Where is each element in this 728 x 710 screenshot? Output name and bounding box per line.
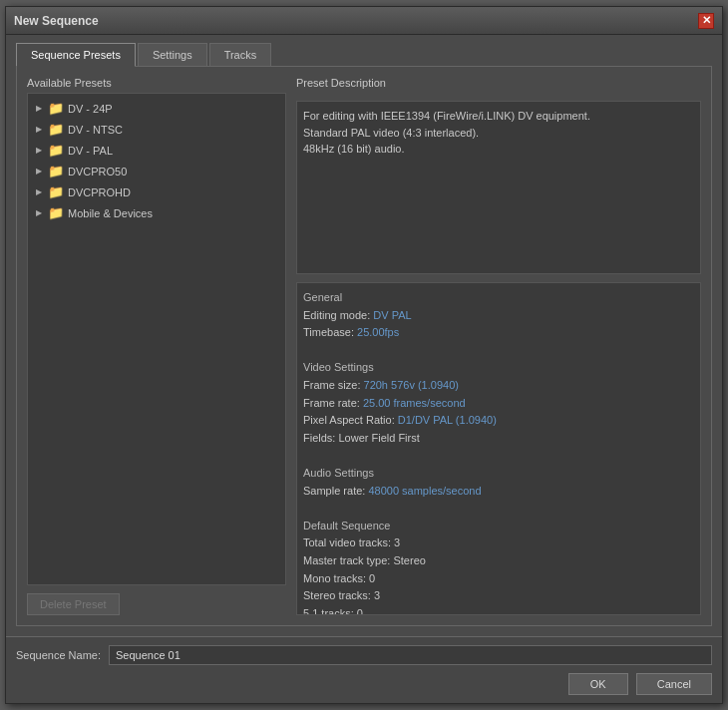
list-item[interactable]: ▶ 📁 DV - 24P bbox=[28, 98, 285, 119]
cancel-button[interactable]: Cancel bbox=[636, 673, 712, 695]
delete-preset-button[interactable]: Delete Preset bbox=[27, 593, 120, 615]
folder-icon: 📁 bbox=[48, 143, 64, 158]
preset-label: DV - PAL bbox=[68, 145, 113, 157]
frame-size-row: Frame size: 720h 576v (1.0940) bbox=[303, 377, 694, 395]
right-panel: Preset Description For editing with IEEE… bbox=[296, 77, 701, 615]
folder-icon: 📁 bbox=[48, 164, 64, 178]
preset-label: DVCPRO50 bbox=[68, 166, 127, 178]
timebase-row: Timebase: 25.00fps bbox=[303, 324, 694, 342]
tab-tracks[interactable]: Tracks bbox=[209, 43, 272, 67]
sequence-name-label: Sequence Name: bbox=[16, 649, 101, 661]
main-area: Available Presets ▶ 📁 DV - 24P ▶ 📁 DV - … bbox=[27, 77, 701, 615]
available-presets-label: Available Presets bbox=[27, 77, 286, 89]
dialog-body: Sequence Presets Settings Tracks Availab… bbox=[6, 35, 722, 636]
general-box: General Editing mode: DV PAL Timebase: 2… bbox=[296, 282, 701, 615]
preset-label: Mobile & Devices bbox=[68, 207, 153, 219]
arrow-icon: ▶ bbox=[36, 167, 44, 176]
mono-tracks: Mono tracks: 0 bbox=[303, 570, 694, 588]
arrow-icon: ▶ bbox=[36, 208, 44, 217]
master-track-type: Master track type: Stereo bbox=[303, 552, 694, 570]
preset-label: DVCPROHD bbox=[68, 186, 131, 198]
description-line3: 48kHz (16 bit) audio. bbox=[303, 143, 405, 155]
tabs-container: Sequence Presets Settings Tracks bbox=[16, 43, 712, 67]
footer: Sequence Name: OK Cancel bbox=[6, 636, 722, 703]
stereo-tracks: Stereo tracks: 3 bbox=[303, 587, 694, 605]
presets-list[interactable]: ▶ 📁 DV - 24P ▶ 📁 DV - NTSC ▶ 📁 DV bbox=[27, 93, 286, 585]
fields-row: Fields: Lower Field First bbox=[303, 430, 694, 448]
sample-rate-row: Sample rate: 48000 samples/second bbox=[303, 483, 694, 501]
window-title: New Sequence bbox=[14, 14, 99, 28]
folder-icon: 📁 bbox=[48, 122, 64, 137]
description-line1: For editing with IEEE1394 (FireWire/i.LI… bbox=[303, 110, 590, 122]
folder-icon: 📁 bbox=[48, 184, 64, 199]
frame-rate-row: Frame rate: 25.00 frames/second bbox=[303, 395, 694, 413]
five1-tracks: 5.1 tracks: 0 bbox=[303, 605, 694, 615]
general-section-title: General bbox=[303, 289, 694, 307]
list-item[interactable]: ▶ 📁 DVCPRO50 bbox=[28, 161, 285, 181]
close-button[interactable]: ✕ bbox=[698, 13, 714, 29]
tab-sequence-presets[interactable]: Sequence Presets bbox=[16, 43, 136, 67]
list-item[interactable]: ▶ 📁 DVCPROHD bbox=[28, 181, 285, 202]
tab-settings[interactable]: Settings bbox=[138, 43, 207, 67]
folder-icon: 📁 bbox=[48, 101, 64, 116]
arrow-icon: ▶ bbox=[36, 146, 44, 155]
list-item[interactable]: ▶ 📁 DV - PAL bbox=[28, 140, 285, 161]
sequence-name-row: Sequence Name: bbox=[16, 645, 712, 665]
arrow-icon: ▶ bbox=[36, 104, 44, 113]
description-box: For editing with IEEE1394 (FireWire/i.LI… bbox=[296, 101, 701, 274]
video-settings-title: Video Settings bbox=[303, 359, 694, 377]
arrow-icon: ▶ bbox=[36, 125, 44, 134]
preset-label: DV - 24P bbox=[68, 103, 113, 115]
new-sequence-dialog: New Sequence ✕ Sequence Presets Settings… bbox=[5, 6, 723, 704]
footer-buttons: OK Cancel bbox=[16, 673, 712, 695]
total-video-tracks: Total video tracks: 3 bbox=[303, 534, 694, 552]
preset-label: DV - NTSC bbox=[68, 124, 123, 136]
tab-content: Available Presets ▶ 📁 DV - 24P ▶ 📁 DV - … bbox=[16, 66, 712, 626]
editing-mode-row: Editing mode: DV PAL bbox=[303, 307, 694, 325]
list-item[interactable]: ▶ 📁 DV - NTSC bbox=[28, 119, 285, 140]
folder-icon: 📁 bbox=[48, 205, 64, 220]
list-item[interactable]: ▶ 📁 Mobile & Devices bbox=[28, 202, 285, 223]
preset-description-label: Preset Description bbox=[296, 77, 701, 89]
sequence-name-input[interactable] bbox=[109, 645, 712, 665]
left-panel: Available Presets ▶ 📁 DV - 24P ▶ 📁 DV - … bbox=[27, 77, 286, 615]
description-line2: Standard PAL video (4:3 interlaced). bbox=[303, 127, 479, 139]
arrow-icon: ▶ bbox=[36, 187, 44, 196]
pixel-aspect-row: Pixel Aspect Ratio: D1/DV PAL (1.0940) bbox=[303, 412, 694, 430]
default-sequence-title: Default Sequence bbox=[303, 518, 694, 535]
title-bar: New Sequence ✕ bbox=[6, 7, 722, 35]
audio-settings-title: Audio Settings bbox=[303, 465, 694, 483]
ok-button[interactable]: OK bbox=[568, 673, 628, 695]
bottom-row: Delete Preset bbox=[27, 593, 286, 615]
